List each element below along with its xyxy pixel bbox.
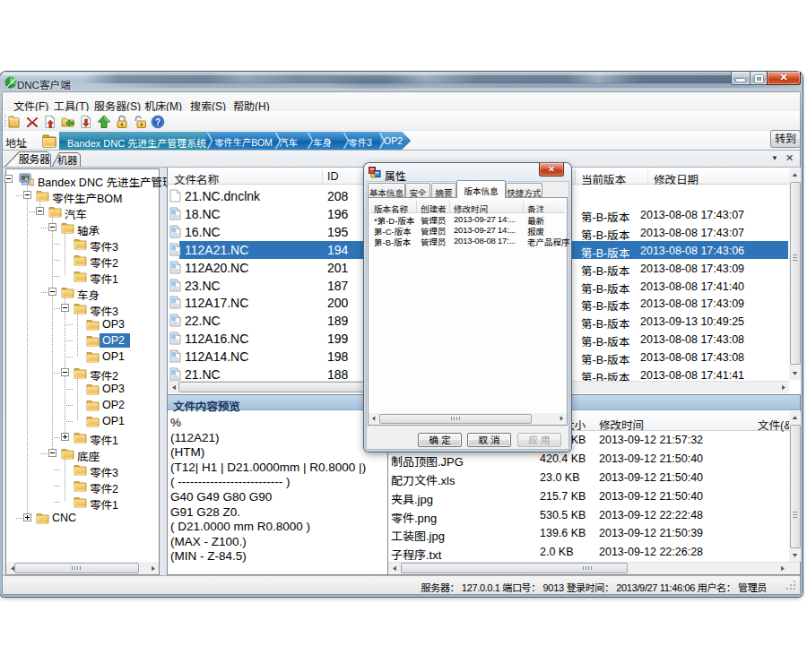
svg-text:?: ? [155, 117, 161, 127]
